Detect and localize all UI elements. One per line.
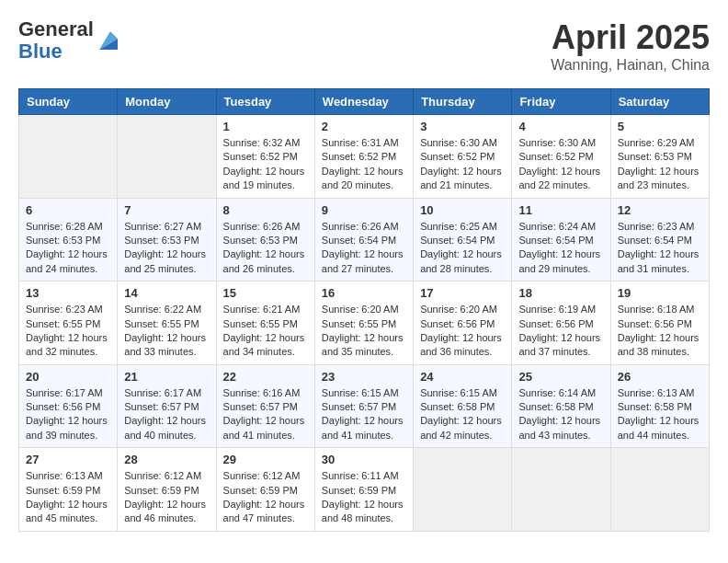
calendar-cell: 8Sunrise: 6:26 AMSunset: 6:53 PMDaylight… bbox=[216, 198, 314, 282]
day-info: Sunrise: 6:13 AMSunset: 6:59 PMDaylight:… bbox=[26, 469, 110, 526]
day-info: Sunrise: 6:24 AMSunset: 6:54 PMDaylight:… bbox=[518, 220, 603, 277]
calendar-cell: 16Sunrise: 6:20 AMSunset: 6:55 PMDayligh… bbox=[314, 282, 413, 365]
day-info: Sunrise: 6:17 AMSunset: 6:57 PMDaylight:… bbox=[124, 386, 209, 443]
day-info: Sunrise: 6:15 AMSunset: 6:58 PMDaylight:… bbox=[420, 386, 505, 443]
calendar-cell: 18Sunrise: 6:19 AMSunset: 6:56 PMDayligh… bbox=[512, 282, 610, 365]
calendar-cell: 19Sunrise: 6:18 AMSunset: 6:56 PMDayligh… bbox=[610, 282, 709, 365]
weekday-header-monday: Monday bbox=[118, 89, 216, 115]
day-info: Sunrise: 6:11 AMSunset: 6:59 PMDaylight:… bbox=[322, 469, 406, 526]
day-info: Sunrise: 6:21 AMSunset: 6:55 PMDaylight:… bbox=[223, 303, 308, 360]
day-info: Sunrise: 6:26 AMSunset: 6:54 PMDaylight:… bbox=[322, 220, 406, 277]
day-info: Sunrise: 6:31 AMSunset: 6:52 PMDaylight:… bbox=[322, 136, 406, 193]
day-info: Sunrise: 6:32 AMSunset: 6:52 PMDaylight:… bbox=[223, 136, 308, 193]
day-info: Sunrise: 6:13 AMSunset: 6:58 PMDaylight:… bbox=[618, 386, 702, 443]
calendar-cell: 27Sunrise: 6:13 AMSunset: 6:59 PMDayligh… bbox=[19, 448, 118, 532]
calendar-cell: 7Sunrise: 6:27 AMSunset: 6:53 PMDaylight… bbox=[118, 198, 216, 282]
calendar-cell: 11Sunrise: 6:24 AMSunset: 6:54 PMDayligh… bbox=[512, 198, 610, 282]
weekday-header-friday: Friday bbox=[512, 89, 610, 115]
calendar-cell: 28Sunrise: 6:12 AMSunset: 6:59 PMDayligh… bbox=[118, 448, 216, 532]
weekday-header-row: SundayMondayTuesdayWednesdayThursdayFrid… bbox=[19, 89, 710, 115]
day-number: 19 bbox=[618, 286, 702, 300]
calendar-table: SundayMondayTuesdayWednesdayThursdayFrid… bbox=[18, 88, 710, 532]
calendar-cell: 29Sunrise: 6:12 AMSunset: 6:59 PMDayligh… bbox=[216, 448, 314, 532]
calendar-cell bbox=[118, 115, 216, 199]
weekday-header-saturday: Saturday bbox=[610, 89, 709, 115]
calendar-cell: 12Sunrise: 6:23 AMSunset: 6:54 PMDayligh… bbox=[610, 198, 709, 282]
calendar-cell: 14Sunrise: 6:22 AMSunset: 6:55 PMDayligh… bbox=[118, 282, 216, 365]
calendar-cell: 22Sunrise: 6:16 AMSunset: 6:57 PMDayligh… bbox=[216, 364, 314, 448]
day-info: Sunrise: 6:18 AMSunset: 6:56 PMDaylight:… bbox=[618, 303, 702, 360]
calendar-cell: 10Sunrise: 6:25 AMSunset: 6:54 PMDayligh… bbox=[414, 198, 512, 282]
day-number: 11 bbox=[518, 203, 603, 217]
calendar-week-row: 27Sunrise: 6:13 AMSunset: 6:59 PMDayligh… bbox=[19, 448, 710, 532]
day-info: Sunrise: 6:12 AMSunset: 6:59 PMDaylight:… bbox=[223, 469, 308, 526]
day-number: 2 bbox=[322, 120, 406, 133]
day-number: 20 bbox=[26, 370, 110, 384]
day-info: Sunrise: 6:12 AMSunset: 6:59 PMDaylight:… bbox=[124, 469, 209, 526]
calendar-cell bbox=[610, 448, 709, 532]
day-number: 6 bbox=[26, 203, 110, 217]
day-info: Sunrise: 6:15 AMSunset: 6:57 PMDaylight:… bbox=[322, 386, 406, 443]
day-number: 21 bbox=[124, 370, 209, 384]
day-info: Sunrise: 6:23 AMSunset: 6:54 PMDaylight:… bbox=[618, 220, 702, 277]
day-number: 30 bbox=[322, 453, 406, 466]
calendar-cell: 23Sunrise: 6:15 AMSunset: 6:57 PMDayligh… bbox=[314, 364, 413, 448]
day-number: 10 bbox=[420, 203, 505, 217]
page-header: General Blue April 2025 Wanning, Hainan,… bbox=[18, 18, 710, 74]
day-info: Sunrise: 6:29 AMSunset: 6:53 PMDaylight:… bbox=[618, 136, 702, 193]
calendar-week-row: 1Sunrise: 6:32 AMSunset: 6:52 PMDaylight… bbox=[19, 115, 710, 199]
weekday-header-tuesday: Tuesday bbox=[216, 89, 314, 115]
day-info: Sunrise: 6:20 AMSunset: 6:56 PMDaylight:… bbox=[420, 303, 505, 360]
calendar-cell: 13Sunrise: 6:23 AMSunset: 6:55 PMDayligh… bbox=[19, 282, 118, 365]
day-number: 14 bbox=[124, 286, 209, 300]
calendar-cell: 4Sunrise: 6:30 AMSunset: 6:52 PMDaylight… bbox=[512, 115, 610, 199]
day-number: 5 bbox=[618, 120, 702, 133]
month-title: April 2025 bbox=[551, 18, 710, 57]
calendar-cell: 5Sunrise: 6:29 AMSunset: 6:53 PMDaylight… bbox=[610, 115, 709, 199]
logo: General Blue bbox=[18, 18, 121, 63]
calendar-cell: 24Sunrise: 6:15 AMSunset: 6:58 PMDayligh… bbox=[414, 364, 512, 448]
calendar-cell: 3Sunrise: 6:30 AMSunset: 6:52 PMDaylight… bbox=[414, 115, 512, 199]
weekday-header-sunday: Sunday bbox=[19, 89, 118, 115]
day-number: 8 bbox=[223, 203, 308, 217]
day-number: 25 bbox=[518, 370, 603, 384]
day-number: 3 bbox=[420, 120, 505, 133]
calendar-week-row: 20Sunrise: 6:17 AMSunset: 6:56 PMDayligh… bbox=[19, 364, 710, 448]
calendar-cell: 21Sunrise: 6:17 AMSunset: 6:57 PMDayligh… bbox=[118, 364, 216, 448]
calendar-week-row: 13Sunrise: 6:23 AMSunset: 6:55 PMDayligh… bbox=[19, 282, 710, 365]
day-number: 16 bbox=[322, 286, 406, 300]
calendar-cell: 9Sunrise: 6:26 AMSunset: 6:54 PMDaylight… bbox=[314, 198, 413, 282]
calendar-cell bbox=[19, 115, 118, 199]
day-number: 4 bbox=[518, 120, 603, 133]
day-number: 27 bbox=[26, 453, 110, 466]
day-info: Sunrise: 6:23 AMSunset: 6:55 PMDaylight:… bbox=[26, 303, 110, 360]
calendar-cell: 2Sunrise: 6:31 AMSunset: 6:52 PMDaylight… bbox=[314, 115, 413, 199]
calendar-cell bbox=[414, 448, 512, 532]
day-number: 1 bbox=[223, 120, 308, 133]
calendar-cell bbox=[512, 448, 610, 532]
day-info: Sunrise: 6:20 AMSunset: 6:55 PMDaylight:… bbox=[322, 303, 406, 360]
title-block: April 2025 Wanning, Hainan, China bbox=[551, 18, 710, 74]
day-info: Sunrise: 6:14 AMSunset: 6:58 PMDaylight:… bbox=[518, 386, 603, 443]
day-number: 23 bbox=[322, 370, 406, 384]
day-number: 22 bbox=[223, 370, 308, 384]
day-number: 13 bbox=[26, 286, 110, 300]
day-number: 7 bbox=[124, 203, 209, 217]
day-number: 29 bbox=[223, 453, 308, 466]
weekday-header-thursday: Thursday bbox=[414, 89, 512, 115]
calendar-cell: 15Sunrise: 6:21 AMSunset: 6:55 PMDayligh… bbox=[216, 282, 314, 365]
calendar-cell: 30Sunrise: 6:11 AMSunset: 6:59 PMDayligh… bbox=[314, 448, 413, 532]
day-info: Sunrise: 6:28 AMSunset: 6:53 PMDaylight:… bbox=[26, 220, 110, 277]
logo-general: General Blue bbox=[18, 18, 94, 63]
calendar-cell: 17Sunrise: 6:20 AMSunset: 6:56 PMDayligh… bbox=[414, 282, 512, 365]
calendar-week-row: 6Sunrise: 6:28 AMSunset: 6:53 PMDaylight… bbox=[19, 198, 710, 282]
calendar-cell: 1Sunrise: 6:32 AMSunset: 6:52 PMDaylight… bbox=[216, 115, 314, 199]
day-number: 18 bbox=[518, 286, 603, 300]
day-number: 17 bbox=[420, 286, 505, 300]
calendar-cell: 6Sunrise: 6:28 AMSunset: 6:53 PMDaylight… bbox=[19, 198, 118, 282]
day-number: 26 bbox=[618, 370, 702, 384]
logo-icon bbox=[96, 28, 121, 53]
day-info: Sunrise: 6:17 AMSunset: 6:56 PMDaylight:… bbox=[26, 386, 110, 443]
day-info: Sunrise: 6:30 AMSunset: 6:52 PMDaylight:… bbox=[420, 136, 505, 193]
location-title: Wanning, Hainan, China bbox=[551, 57, 710, 74]
